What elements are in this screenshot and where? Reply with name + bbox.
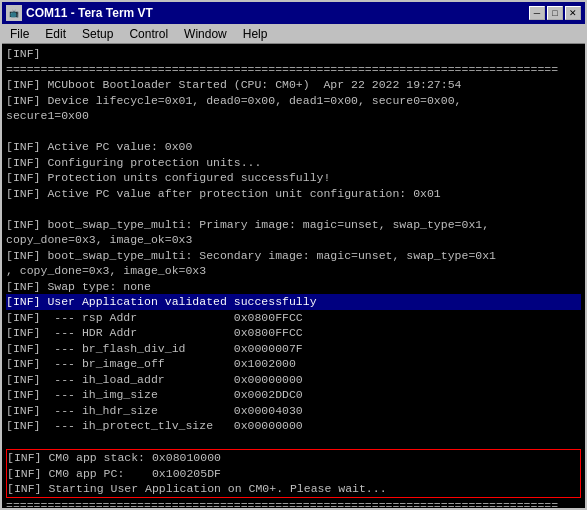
window-controls: ─ □ ✕ bbox=[529, 6, 581, 20]
menu-help[interactable]: Help bbox=[235, 25, 276, 43]
terminal-line: [INF] --- br_image_off 0x1002000 bbox=[6, 356, 581, 372]
terminal-line: [INF] boot_swap_type_multi: Primary imag… bbox=[6, 217, 581, 233]
terminal-line: [INF] bbox=[6, 46, 581, 62]
terminal-line: [INF] --- HDR Addr 0x0800FFCC bbox=[6, 325, 581, 341]
title-bar: 📺 COM11 - Tera Term VT ─ □ ✕ bbox=[2, 2, 585, 24]
app-icon: 📺 bbox=[6, 5, 22, 21]
menu-file[interactable]: File bbox=[2, 25, 37, 43]
terminal-line: , copy_done=0x3, image_ok=0x3 bbox=[6, 263, 581, 279]
terminal-line: secure1=0x00 bbox=[6, 108, 581, 124]
menu-bar: File Edit Setup Control Window Help bbox=[2, 24, 585, 44]
terminal-line: copy_done=0x3, image_ok=0x3 bbox=[6, 232, 581, 248]
terminal-line: [INF] --- br_flash_div_id 0x0000007F bbox=[6, 341, 581, 357]
close-button[interactable]: ✕ bbox=[565, 6, 581, 20]
minimize-button[interactable]: ─ bbox=[529, 6, 545, 20]
terminal-line: [INF] Swap type: none bbox=[6, 279, 581, 295]
menu-control[interactable]: Control bbox=[121, 25, 176, 43]
menu-window[interactable]: Window bbox=[176, 25, 235, 43]
terminal-line: [INF] Active PC value after protection u… bbox=[6, 186, 581, 202]
terminal-line: [INF] --- ih_load_addr 0x00000000 bbox=[6, 372, 581, 388]
menu-setup[interactable]: Setup bbox=[74, 25, 121, 43]
terminal-line bbox=[6, 124, 581, 140]
terminal-line: [INF] Starting User Application on CM0+.… bbox=[7, 481, 580, 497]
terminal-line: [INF] CM0 app PC: 0x100205DF bbox=[7, 466, 580, 482]
terminal-line: [INF] --- ih_hdr_size 0x00004030 bbox=[6, 403, 581, 419]
terminal-output: [INF] ==================================… bbox=[2, 44, 585, 508]
window-title: COM11 - Tera Term VT bbox=[26, 6, 153, 20]
separator-line: ========================================… bbox=[6, 498, 581, 508]
main-window: 📺 COM11 - Tera Term VT ─ □ ✕ File Edit S… bbox=[0, 0, 587, 510]
app-icon-text: 📺 bbox=[9, 9, 19, 18]
terminal-line: [INF] CM0 app stack: 0x08010000 bbox=[7, 450, 580, 466]
terminal-line: [INF] --- ih_protect_tlv_size 0x00000000 bbox=[6, 418, 581, 434]
terminal-line: [INF] --- ih_img_size 0x0002DDC0 bbox=[6, 387, 581, 403]
terminal-line: [INF] boot_swap_type_multi: Secondary im… bbox=[6, 248, 581, 264]
terminal-line: [INF] Active PC value: 0x00 bbox=[6, 139, 581, 155]
terminal-line bbox=[6, 434, 581, 450]
terminal-line: [INF] Configuring protection units... bbox=[6, 155, 581, 171]
terminal-line bbox=[6, 201, 581, 217]
validated-line: [INF] User Application validated success… bbox=[6, 294, 581, 310]
red-box-1: [INF] CM0 app stack: 0x08010000 [INF] CM… bbox=[6, 449, 581, 498]
title-bar-left: 📺 COM11 - Tera Term VT bbox=[6, 5, 153, 21]
maximize-button[interactable]: □ bbox=[547, 6, 563, 20]
terminal-line: [INF] Protection units configured succes… bbox=[6, 170, 581, 186]
terminal-line: [INF] --- rsp Addr 0x0800FFCC bbox=[6, 310, 581, 326]
menu-edit[interactable]: Edit bbox=[37, 25, 74, 43]
separator-line: ========================================… bbox=[6, 62, 581, 78]
terminal-line: [INF] Device lifecycle=0x01, dead0=0x00,… bbox=[6, 93, 581, 109]
terminal-line: [INF] MCUboot Bootloader Started (CPU: C… bbox=[6, 77, 581, 93]
